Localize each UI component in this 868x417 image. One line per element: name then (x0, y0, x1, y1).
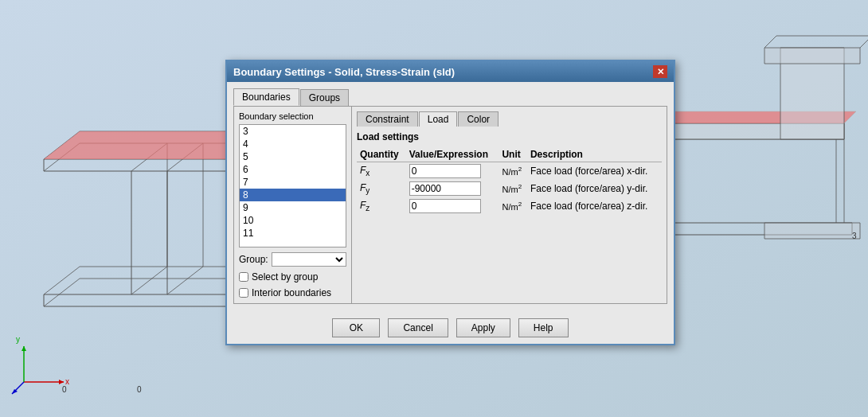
value-cell[interactable] (406, 180, 499, 197)
quantity-cell: Fz (357, 197, 406, 215)
boundary-list-item[interactable]: 11 (240, 227, 346, 240)
col-header-unit: Unit (499, 147, 526, 162)
select-by-group-label[interactable]: Select by group (252, 271, 318, 283)
tab-load[interactable]: Load (419, 111, 458, 127)
group-select[interactable] (272, 252, 346, 267)
description-cell: Face load (force/area) y-dir. (527, 180, 662, 197)
value-cell[interactable] (406, 162, 499, 181)
table-row: FyN/m2Face load (force/area) y-dir. (357, 180, 662, 197)
boundary-list-item[interactable]: 4 (240, 138, 346, 150)
col-header-description: Description (527, 147, 662, 162)
tab-constraint[interactable]: Constraint (357, 111, 418, 127)
help-button[interactable]: Help (518, 318, 569, 337)
boundary-list-item[interactable]: 6 (240, 163, 346, 176)
cancel-button[interactable]: Cancel (388, 318, 448, 337)
boundary-list-item[interactable]: 10 (240, 214, 346, 227)
svg-text:0: 0 (137, 385, 142, 394)
outer-tab-row: Boundaries Groups (233, 88, 667, 106)
content-area: Boundary selection 34567891011 Group: Se… (233, 106, 667, 304)
load-settings-label: Load settings (357, 131, 662, 142)
load-table: Quantity Value/Expression Unit Descripti… (357, 147, 662, 215)
quantity-cell: Fy (357, 180, 406, 197)
col-header-value: Value/Expression (406, 147, 499, 162)
svg-text:x: x (65, 377, 69, 386)
boundary-list-item[interactable]: 8 (240, 189, 346, 201)
interior-boundaries-row: Interior boundaries (239, 287, 346, 298)
inner-tab-row: Constraint Load Color (357, 111, 662, 127)
svg-text:0: 0 (62, 385, 67, 394)
dialog: Boundary Settings - Solid, Stress-Strain… (225, 60, 675, 345)
ok-button[interactable]: OK (332, 318, 380, 337)
select-by-group-checkbox[interactable] (239, 272, 248, 282)
description-cell: Face load (force/area) x-dir. (527, 162, 662, 181)
unit-cell: N/m2 (499, 162, 526, 181)
group-label: Group: (239, 254, 268, 265)
title-bar: Boundary Settings - Solid, Stress-Strain… (227, 61, 674, 82)
interior-boundaries-checkbox[interactable] (239, 288, 248, 298)
boundary-list-item[interactable]: 9 (240, 201, 346, 214)
boundary-list[interactable]: 34567891011 (239, 124, 346, 247)
description-cell: Face load (force/area) z-dir. (527, 197, 662, 215)
value-input[interactable] (409, 181, 481, 196)
tab-boundaries[interactable]: Boundaries (233, 88, 299, 106)
table-row: FzN/m2Face load (force/area) z-dir. (357, 197, 662, 215)
apply-button[interactable]: Apply (456, 318, 510, 337)
unit-cell: N/m2 (499, 197, 526, 215)
value-cell[interactable] (406, 197, 499, 215)
boundary-list-item[interactable]: 3 (240, 125, 346, 138)
value-input[interactable] (409, 199, 481, 213)
quantity-cell: Fx (357, 162, 406, 181)
close-button[interactable]: ✕ (653, 65, 667, 78)
unit-cell: N/m2 (499, 180, 526, 197)
dialog-footer: OKCancelApplyHelp (227, 310, 674, 344)
interior-boundaries-label[interactable]: Interior boundaries (252, 287, 331, 298)
value-input[interactable] (409, 164, 481, 178)
col-header-quantity: Quantity (357, 147, 406, 162)
tab-color[interactable]: Color (458, 111, 499, 127)
tab-groups[interactable]: Groups (300, 89, 349, 106)
boundary-selection-label: Boundary selection (239, 111, 346, 121)
group-row: Group: (239, 252, 346, 267)
select-by-group-row: Select by group (239, 271, 346, 283)
dialog-title: Boundary Settings - Solid, Stress-Strain… (233, 66, 455, 78)
boundary-list-item[interactable]: 5 (240, 150, 346, 163)
svg-marker-36 (764, 223, 860, 239)
dialog-body: Boundaries Groups Boundary selection 345… (227, 82, 674, 310)
right-panel: Constraint Load Color Load settings Quan… (352, 107, 667, 303)
left-panel: Boundary selection 34567891011 Group: Se… (234, 107, 352, 303)
table-row: FxN/m2Face load (force/area) x-dir. (357, 162, 662, 181)
svg-marker-35 (764, 48, 860, 64)
svg-text:y: y (16, 335, 20, 344)
boundary-list-item[interactable]: 7 (240, 176, 346, 189)
svg-text:3: 3 (852, 232, 857, 240)
